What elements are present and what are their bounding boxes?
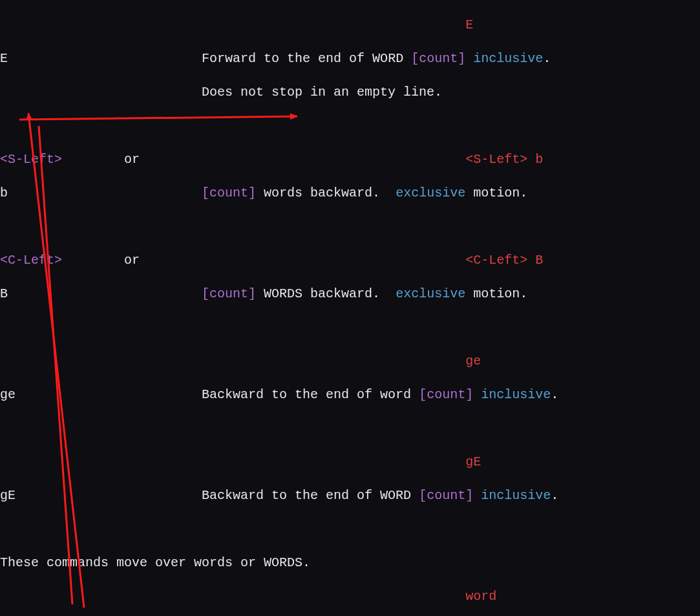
exclusive-link-B: exclusive xyxy=(396,286,465,301)
tag-gE: gE xyxy=(465,454,481,469)
cmd-ge: ge xyxy=(0,387,16,402)
help-line-these: These commands move over words or WORDS. xyxy=(0,555,700,571)
inclusive-link: inclusive xyxy=(473,51,543,66)
help-line-B: B [count] WORDS backward. exclusive moti… xyxy=(0,286,700,303)
help-line-tag-E: E xyxy=(0,17,700,34)
help-line-E2: Does not stop in an empty line. xyxy=(0,84,700,101)
help-line-E: E Forward to the end of WORD [count] inc… xyxy=(0,50,700,67)
vim-terminal: E E Forward to the end of WORD [count] i… xyxy=(0,0,700,616)
blank xyxy=(0,521,700,538)
key-c-left: <C-Left> xyxy=(0,253,62,268)
count-link: [count] xyxy=(411,51,465,66)
tag-B: B xyxy=(527,253,543,268)
cmd-b: b xyxy=(0,186,8,200)
desc-E-pre: Forward to the end of WORD xyxy=(202,51,411,66)
help-line-sleft: <S-Left> or <S-Left> b xyxy=(0,151,700,168)
desc-ge-pre: Backward to the end of word xyxy=(202,387,419,402)
help-line-ge: ge Backward to the end of word [count] i… xyxy=(0,387,700,403)
blank xyxy=(0,118,700,134)
blank xyxy=(0,319,700,336)
desc-b: words backward. xyxy=(256,186,396,200)
tag-ge: ge xyxy=(465,354,481,368)
desc-gE-pre: Backward to the end of WORD xyxy=(202,488,419,503)
key-s-left: <S-Left> xyxy=(0,152,62,167)
cmd-B: B xyxy=(0,286,8,301)
cmd-E: E xyxy=(0,51,8,66)
desc-B: WORDS backward. xyxy=(256,286,396,301)
help-line-b: b [count] words backward. exclusive moti… xyxy=(0,185,700,202)
count-link-ge: [count] xyxy=(419,387,473,402)
inclusive-link-gE: inclusive xyxy=(481,488,551,503)
desc-E-line2: Does not stop in an empty line. xyxy=(202,85,442,100)
help-line-gE: gE Backward to the end of WORD [count] i… xyxy=(0,487,700,504)
count-link-gE: [count] xyxy=(419,488,473,503)
blank xyxy=(0,420,700,437)
blank xyxy=(0,218,700,235)
motion-B: motion. xyxy=(465,286,527,301)
help-line-cleft: <C-Left> or <C-Left> B xyxy=(0,252,700,269)
count-link-B: [count] xyxy=(202,286,256,301)
help-line-tag-word: word xyxy=(0,588,700,605)
tag-s-left: <S-Left> xyxy=(465,152,527,167)
inclusive-link-ge: inclusive xyxy=(481,387,551,402)
motion-b: motion. xyxy=(465,186,527,200)
help-line-tag-gE: gE xyxy=(0,454,700,471)
count-link-b: [count] xyxy=(202,186,256,200)
tag-word: word xyxy=(465,589,496,604)
help-line-tag-ge: ge xyxy=(0,353,700,370)
tag-c-left: <C-Left> xyxy=(465,253,527,268)
exclusive-link-b: exclusive xyxy=(396,186,465,200)
cmd-gE: gE xyxy=(0,488,16,503)
tag-E: E xyxy=(465,17,473,32)
tag-b: b xyxy=(527,152,543,167)
